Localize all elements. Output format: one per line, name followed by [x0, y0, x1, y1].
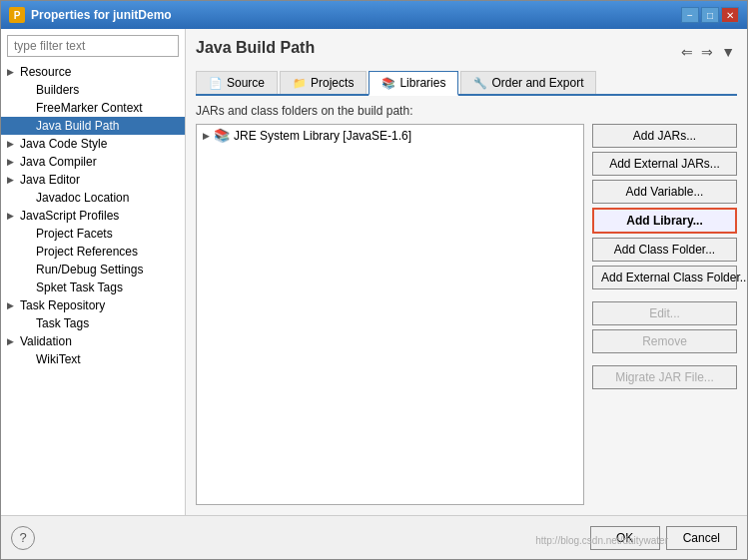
- order-tab-icon: 🔧: [473, 77, 487, 90]
- tab-libraries-label: Libraries: [399, 76, 445, 90]
- title-bar-left: P Properties for junitDemo: [9, 7, 172, 23]
- tree-item-js-profiles[interactable]: ▶ JavaScript Profiles: [1, 207, 185, 225]
- tree-item-java-code-style[interactable]: ▶ Java Code Style: [1, 135, 185, 153]
- tree-item-label: Javadoc Location: [36, 191, 129, 205]
- help-button[interactable]: ?: [11, 526, 35, 550]
- tree-item-java-editor[interactable]: ▶ Java Editor: [1, 171, 185, 189]
- add-library-button[interactable]: Add Library...: [592, 208, 737, 234]
- tree-item-project-references[interactable]: Project References: [1, 243, 185, 261]
- tree-item-resource[interactable]: ▶ Resource: [1, 63, 185, 81]
- panel-title: Java Build Path: [196, 39, 315, 57]
- projects-tab-icon: 📁: [293, 77, 307, 90]
- add-jars-button[interactable]: Add JARs...: [592, 124, 737, 148]
- tabs-bar: 📄 Source 📁 Projects 📚 Libraries 🔧 Order …: [196, 71, 737, 96]
- expand-icon: ▶: [7, 67, 17, 77]
- add-external-jars-button[interactable]: Add External JARs...: [592, 152, 737, 176]
- title-bar: P Properties for junitDemo − □ ✕: [1, 1, 747, 29]
- tree-item-label: JavaScript Profiles: [20, 209, 119, 223]
- add-external-class-folder-button[interactable]: Add External Class Folder...: [592, 266, 737, 289]
- tab-source[interactable]: 📄 Source: [196, 71, 278, 94]
- tree-item-project-facets[interactable]: Project Facets: [1, 225, 185, 243]
- expand-icon: ▶: [7, 175, 17, 185]
- bottom-bar: ? http://blog.csdn.net/daitywater OK Can…: [1, 515, 747, 559]
- tree-item-label: Validation: [20, 334, 72, 348]
- buttons-panel: Add JARs... Add External JARs... Add Var…: [592, 124, 737, 505]
- right-panel: Java Build Path ⇐ ⇒ ▼ 📄 Source 📁 Project…: [186, 29, 747, 515]
- expand-icon: ▶: [7, 139, 17, 149]
- tree-item-label: Project Facets: [36, 227, 113, 241]
- expand-icon: ▶: [7, 300, 17, 310]
- panel-header: Java Build Path ⇐ ⇒ ▼: [196, 39, 737, 65]
- panel-description: JARs and class folders on the build path…: [196, 104, 737, 118]
- tree-item-wikitext[interactable]: WikiText: [1, 350, 185, 368]
- cancel-button[interactable]: Cancel: [666, 526, 737, 550]
- tree-item-java-build-path[interactable]: Java Build Path: [1, 117, 185, 135]
- tree-item-label: Resource: [20, 65, 71, 79]
- tree-item-label: WikiText: [36, 352, 81, 366]
- properties-window: P Properties for junitDemo − □ ✕ ▶ Resou…: [0, 0, 748, 560]
- tab-libraries[interactable]: 📚 Libraries: [369, 71, 458, 96]
- window-icon: P: [9, 7, 25, 23]
- tree-item-label: Task Repository: [20, 298, 105, 312]
- main-content: ▶ Resource Builders FreeMarker Context J…: [1, 29, 747, 515]
- window-title: Properties for junitDemo: [31, 8, 172, 22]
- tab-order-label: Order and Export: [491, 76, 583, 90]
- tree-item-label: Builders: [36, 83, 79, 97]
- tree-item-spket[interactable]: Spket Task Tags: [1, 279, 185, 296]
- watermark: http://blog.csdn.net/daitywater: [535, 535, 668, 546]
- minimize-button[interactable]: −: [681, 7, 699, 23]
- filter-input[interactable]: [7, 35, 179, 57]
- jre-expand-icon: ▶: [203, 131, 210, 141]
- add-variable-button[interactable]: Add Variable...: [592, 180, 737, 204]
- maximize-button[interactable]: □: [701, 7, 719, 23]
- tree-item-run-debug[interactable]: Run/Debug Settings: [1, 261, 185, 279]
- forward-button[interactable]: ⇒: [699, 44, 715, 60]
- button-spacer-2: [592, 357, 737, 361]
- tree-item-label: Spket Task Tags: [36, 280, 123, 294]
- back-button[interactable]: ⇐: [679, 44, 695, 60]
- tree-area: ▶ Resource Builders FreeMarker Context J…: [1, 63, 185, 515]
- tree-item-label: Java Code Style: [20, 137, 107, 151]
- remove-button[interactable]: Remove: [592, 329, 737, 353]
- tree-item-java-compiler[interactable]: ▶ Java Compiler: [1, 153, 185, 171]
- tree-item-validation[interactable]: ▶ Validation: [1, 332, 185, 350]
- tree-item-builders[interactable]: Builders: [1, 81, 185, 99]
- jre-library-icon: 📚: [214, 128, 230, 143]
- edit-button[interactable]: Edit...: [592, 301, 737, 325]
- tree-item-label: Java Build Path: [36, 119, 119, 133]
- tab-projects-label: Projects: [311, 76, 354, 90]
- tree-item-label: FreeMarker Context: [36, 101, 143, 115]
- expand-icon: ▶: [7, 157, 17, 167]
- add-class-folder-button[interactable]: Add Class Folder...: [592, 238, 737, 262]
- tree-item-task-tags[interactable]: Task Tags: [1, 314, 185, 332]
- migrate-button[interactable]: Migrate JAR File...: [592, 365, 737, 389]
- button-spacer: [592, 293, 737, 297]
- jre-tree: ▶ 📚 JRE System Library [JavaSE-1.6]: [196, 124, 584, 505]
- tab-source-label: Source: [227, 76, 265, 90]
- expand-icon: ▶: [7, 336, 17, 346]
- tree-item-label: Project References: [36, 245, 138, 259]
- jre-label: JRE System Library [JavaSE-1.6]: [234, 129, 411, 143]
- tab-order-export[interactable]: 🔧 Order and Export: [460, 71, 596, 94]
- nav-arrows: ⇐ ⇒ ▼: [679, 44, 737, 60]
- jre-item[interactable]: ▶ 📚 JRE System Library [JavaSE-1.6]: [197, 125, 583, 146]
- bottom-left: ?: [11, 526, 35, 550]
- tree-item-task-repo[interactable]: ▶ Task Repository: [1, 296, 185, 314]
- close-button[interactable]: ✕: [721, 7, 739, 23]
- left-panel: ▶ Resource Builders FreeMarker Context J…: [1, 29, 186, 515]
- tree-item-freemarker[interactable]: FreeMarker Context: [1, 99, 185, 117]
- title-controls: − □ ✕: [681, 7, 739, 23]
- tree-item-label: Run/Debug Settings: [36, 263, 143, 277]
- content-area: ▶ 📚 JRE System Library [JavaSE-1.6] Add …: [196, 124, 737, 505]
- tree-item-label: Task Tags: [36, 316, 89, 330]
- tree-item-javadoc[interactable]: Javadoc Location: [1, 189, 185, 207]
- expand-icon: ▶: [7, 211, 17, 221]
- dropdown-button[interactable]: ▼: [719, 44, 737, 60]
- source-tab-icon: 📄: [209, 77, 223, 90]
- libraries-tab-icon: 📚: [381, 77, 395, 90]
- tree-item-label: Java Editor: [20, 173, 80, 187]
- tab-projects[interactable]: 📁 Projects: [280, 71, 367, 94]
- tree-item-label: Java Compiler: [20, 155, 97, 169]
